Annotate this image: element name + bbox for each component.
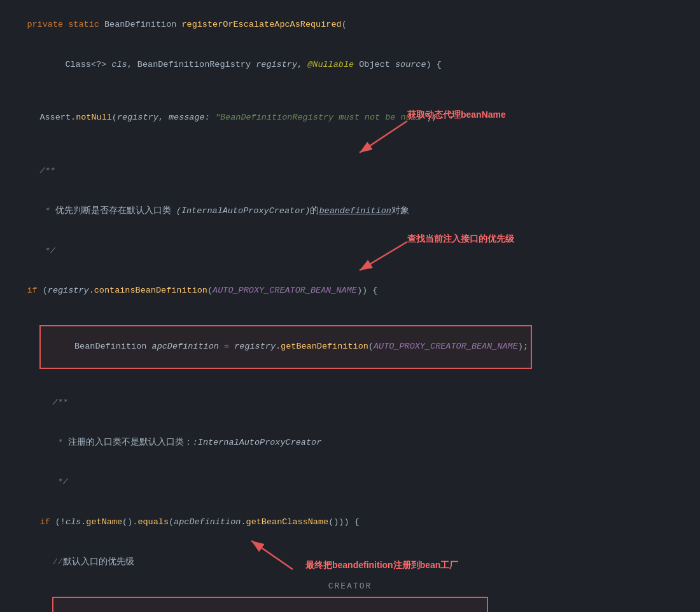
annotation-text-2: 查找当前注入接口的优先级 xyxy=(407,233,514,244)
arrow-1 xyxy=(353,118,410,156)
annotation-text-3: 最终把beandefinition注册到bean工厂 xyxy=(305,560,458,570)
code-line-blank2 xyxy=(6,138,694,151)
annotation-register-factory: 最终把beandefinition注册到bean工厂 xyxy=(305,559,458,573)
code-line-inner-comment1: /** xyxy=(32,383,694,423)
code-line-beandefinition: BeanDefinition apcDefinition = registry.… xyxy=(19,312,694,382)
code-line-comment1: /** xyxy=(19,151,694,191)
svg-line-1 xyxy=(360,121,407,153)
code-line-inner-comment3: */ xyxy=(32,462,694,503)
code-line-1: private static BeanDefinition registerOr… xyxy=(6,5,694,45)
svg-line-3 xyxy=(360,242,407,270)
arrow-2 xyxy=(353,239,410,274)
arrow-3 xyxy=(242,534,318,569)
code-container: private static BeanDefinition registerOr… xyxy=(0,0,700,612)
annotation-find-priority: 查找当前注入接口的优先级 xyxy=(407,232,514,246)
svg-line-5 xyxy=(251,541,293,569)
code-line-2: Class<?> cls, BeanDefinitionRegistry reg… xyxy=(45,45,694,85)
creator-text: CREATOR xyxy=(328,581,372,591)
code-line-blank1 xyxy=(6,85,694,99)
code-line-if2: if (!cls.getName().equals(apcDefinition.… xyxy=(19,503,694,543)
annotation-get-dynamic-bean-name: 获取动态代理beanName xyxy=(407,108,506,122)
code-line-comment2: * 优先判断是否存在默认入口类 (InternalAutoProxyCreato… xyxy=(19,191,694,232)
annotation-text-1: 获取动态代理beanName xyxy=(407,109,506,120)
code-line-inner-comment2: * 注册的入口类不是默认入口类：:InternalAutoProxyCreato… xyxy=(32,423,694,463)
creator-label: CREATOR xyxy=(328,580,372,593)
code-line-if1: if (registry.containsBeanDefinition(AUTO… xyxy=(6,271,694,311)
